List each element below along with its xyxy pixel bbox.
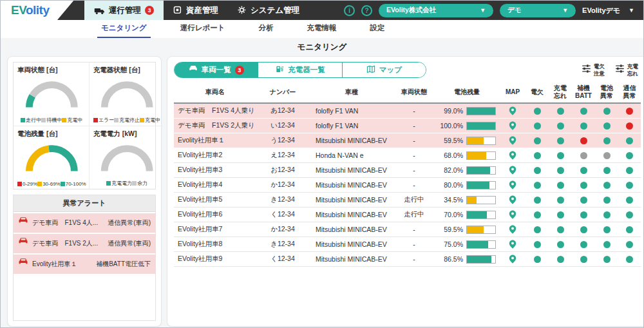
- nav-item-system[interactable]: システム管理: [228, 1, 309, 20]
- map-pin-cell[interactable]: [500, 225, 526, 234]
- table-row[interactable]: EVolity社用車2え12-34Honda N-VAN e-68.0%: [174, 148, 641, 163]
- tab-vehicles[interactable]: 車両一覧3: [175, 63, 258, 77]
- model-cell: Mitsubishi MINICAB-EV: [309, 211, 394, 218]
- logo-text: EVolity: [11, 3, 50, 17]
- tune-icon: [615, 64, 625, 76]
- map-pin-cell[interactable]: [500, 210, 526, 219]
- help-icon[interactable]: ?: [361, 5, 372, 16]
- main-panel: 車両一覧3充電器一覧マップ 電欠 注意充電 忘れ 車両名ナンバー車種車両状態電池…: [167, 56, 644, 327]
- comm-fault-indicator: [618, 122, 641, 130]
- status-dot: [603, 182, 611, 189]
- filter-battery-warning[interactable]: 電欠 注意: [582, 63, 605, 76]
- status-dot: [580, 167, 587, 174]
- battery-fault-indicator: [595, 108, 618, 115]
- table-row[interactable]: EVolity社用車3お12-34Mitsubishi MINICAB-EV-8…: [174, 163, 641, 178]
- plate-number-cell: か12-34: [256, 180, 309, 189]
- battery-percent: 75.0%: [444, 240, 463, 248]
- main-nav: 運行管理3資産管理システム管理: [84, 1, 309, 20]
- model-cell: Mitsubishi MINICAB-EV: [309, 181, 394, 189]
- status-dot: [557, 167, 564, 174]
- chevron-down-icon: ▼: [480, 7, 486, 14]
- chevron-down-icon: ▼: [629, 7, 634, 14]
- status-dot: [626, 241, 633, 248]
- battery-bar: [466, 196, 496, 204]
- tab-chargers[interactable]: 充電器一覧: [258, 63, 342, 77]
- legend-label: 70-100%: [66, 181, 86, 187]
- environment-dropdown[interactable]: デモ ▼: [500, 4, 576, 17]
- legend-label: 余力: [137, 180, 147, 187]
- subnav-item-analysis[interactable]: 分析: [254, 23, 277, 38]
- filter-label: 充電 忘れ: [627, 63, 638, 76]
- alert-row[interactable]: デモ車両 F1VS 4人...通信異常(車両): [14, 213, 155, 233]
- user-menu[interactable]: EVolityデモ ▼: [582, 6, 634, 15]
- table-row[interactable]: デモ車両 F1VS 4人乗りあ12-34folofly F1 VAN-99.0%: [174, 104, 641, 119]
- status-dot: [580, 197, 587, 204]
- map-pin-cell[interactable]: [500, 136, 526, 145]
- charge-forgot-indicator: [549, 152, 572, 159]
- subnav-item-settings[interactable]: 設定: [366, 23, 388, 38]
- map-pin-cell[interactable]: [500, 255, 526, 264]
- gauge-legend: 走行中待機中充電中: [17, 117, 86, 124]
- header-right: i ? EVolity株式会社 ▼ デモ ▼ EVolityデモ ▼: [344, 1, 643, 20]
- gauge-arc: [93, 77, 160, 111]
- table-row[interactable]: EVolity社用車4か12-34Mitsubishi MINICAB-EV-8…: [174, 178, 641, 193]
- alert-card-title: 異常アラート: [14, 195, 155, 212]
- info-icon[interactable]: i: [344, 5, 355, 16]
- subnav-item-charging-info[interactable]: 充電情報: [303, 23, 340, 38]
- map-pin-cell[interactable]: [500, 106, 526, 115]
- status-dot: [534, 108, 541, 115]
- gauge-arc: [17, 141, 86, 175]
- legend-label: 充電電力: [111, 180, 132, 187]
- aux-batt-indicator: [572, 137, 595, 144]
- alert-row[interactable]: デモ車両 F1VS 2人...通信異常(車両): [14, 234, 155, 253]
- alert-vehicle-name: デモ車両 F1VS 2人...: [32, 239, 104, 248]
- map-pin-cell[interactable]: [500, 121, 526, 130]
- tab-label: 充電器一覧: [288, 65, 325, 75]
- sub-nav: モニタリング運行レポート分析充電情報設定: [1, 20, 643, 38]
- filter-charge-forgot[interactable]: 充電 忘れ: [615, 63, 638, 76]
- status-dot: [557, 241, 564, 248]
- battery-out-indicator: [526, 182, 549, 189]
- map-pin-cell[interactable]: [500, 180, 526, 189]
- table-row[interactable]: EVolity社用車8き12-34Mitsubishi MINICAB-EV-7…: [174, 237, 641, 252]
- alert-row[interactable]: Evolity社用車１補機BATT電圧低下: [14, 255, 155, 274]
- subnav-item-report[interactable]: 運行レポート: [176, 23, 229, 38]
- table-row[interactable]: EVolity社用車5き12-34Mitsubishi MINICAB-EV走行…: [174, 193, 641, 207]
- table-row[interactable]: Evolity社用車１う12-34Mitsubishi MINICAB-EV-5…: [174, 133, 641, 148]
- gauge-legend: 0-29%30-69%70-100%: [17, 181, 86, 187]
- company-dropdown[interactable]: EVolity株式会社 ▼: [379, 4, 493, 17]
- comm-fault-indicator: [618, 241, 641, 248]
- nav-item-label: 運行管理: [109, 5, 141, 16]
- vehicle-status-cell: 走行中: [394, 195, 434, 204]
- legend-label: 30-69%: [43, 181, 61, 187]
- nav-item-assets[interactable]: 資産管理: [164, 1, 228, 20]
- tab-map[interactable]: マップ: [343, 63, 426, 77]
- gauge-title: 充電器状態 [台]: [93, 66, 160, 75]
- plate-number-cell: き12-34: [256, 195, 309, 204]
- tab-label: マップ: [379, 65, 402, 75]
- legend-item: エラー: [93, 117, 114, 124]
- map-pin-cell[interactable]: [500, 240, 526, 249]
- battery-percent: 82.0%: [444, 166, 463, 174]
- map-pin-cell[interactable]: [500, 151, 526, 160]
- nav-item-operations[interactable]: 運行管理3: [84, 1, 164, 20]
- legend-item: 充電電力: [106, 180, 132, 187]
- battery-bar-fill: [467, 152, 486, 159]
- battery-bar: [466, 181, 496, 189]
- model-cell: Mitsubishi MINICAB-EV: [309, 196, 394, 204]
- map-pin-cell[interactable]: [500, 195, 526, 204]
- table-row[interactable]: デモ車両 F1VS 2人乗りい12-34folofly F1 VAN-100.0…: [174, 119, 641, 133]
- alert-card: 異常アラート デモ車両 F1VS 4人...通信異常(車両)デモ車両 F1VS …: [13, 195, 156, 321]
- battery-fault-indicator: [595, 197, 618, 204]
- subnav-item-monitoring[interactable]: モニタリング: [97, 23, 151, 38]
- plate-number-cell: う12-34: [256, 136, 309, 145]
- table-row[interactable]: EVolity社用車6く12-34Mitsubishi MINICAB-EV走行…: [174, 207, 641, 222]
- brand-logo[interactable]: EVolity: [1, 1, 84, 20]
- map-pin-cell[interactable]: [500, 166, 526, 175]
- table-row[interactable]: EVolity社用車9く12-34Mitsubishi MINICAB-EV-8…: [174, 252, 641, 267]
- car-alert-icon: [18, 217, 28, 229]
- plate-number-cell: い12-34: [256, 121, 309, 130]
- charge-forgot-indicator: [549, 122, 572, 130]
- battery-fault-indicator: [595, 167, 618, 174]
- table-row[interactable]: EVolity社用車7か12-34Mitsubishi MINICAB-EV-5…: [174, 222, 641, 237]
